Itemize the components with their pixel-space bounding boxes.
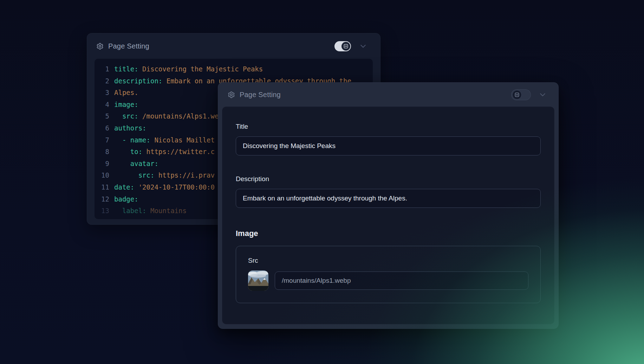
chevron-down-icon[interactable] bbox=[538, 90, 547, 99]
desktop-background: Page Setting 1title: Discovering the Maj… bbox=[0, 0, 644, 364]
panel-header: Page Setting bbox=[87, 33, 380, 59]
panel-title: Page Setting bbox=[240, 91, 281, 99]
panel-header: Page Setting bbox=[218, 83, 558, 107]
image-thumbnail[interactable] bbox=[248, 270, 268, 291]
toggle-knob bbox=[512, 90, 522, 100]
image-field-group: Src bbox=[236, 246, 541, 303]
description-input[interactable] bbox=[236, 189, 541, 208]
mountain-photo bbox=[248, 270, 268, 291]
gear-icon bbox=[96, 43, 104, 50]
title-field-label: Title bbox=[236, 123, 541, 130]
code-icon bbox=[514, 92, 520, 97]
src-field-label: Src bbox=[248, 257, 528, 264]
code-icon bbox=[343, 44, 349, 49]
chevron-down-icon[interactable] bbox=[359, 42, 367, 51]
spacer bbox=[236, 155, 541, 175]
page-setting-form-panel: Page Setting Title De bbox=[218, 82, 559, 329]
code-line: 1title: Discovering the Majestic Peaks bbox=[100, 63, 371, 75]
page-setting-form: Title Description Image Src bbox=[222, 107, 554, 324]
toggle-knob bbox=[341, 42, 350, 51]
title-input[interactable] bbox=[236, 136, 541, 155]
image-section-heading: Image bbox=[236, 229, 541, 238]
gear-icon bbox=[228, 91, 235, 98]
code-view-toggle[interactable] bbox=[334, 41, 351, 51]
description-field-label: Description bbox=[236, 175, 541, 183]
code-view-toggle[interactable] bbox=[511, 89, 531, 100]
panel-title: Page Setting bbox=[108, 42, 149, 50]
src-input[interactable] bbox=[275, 272, 528, 290]
